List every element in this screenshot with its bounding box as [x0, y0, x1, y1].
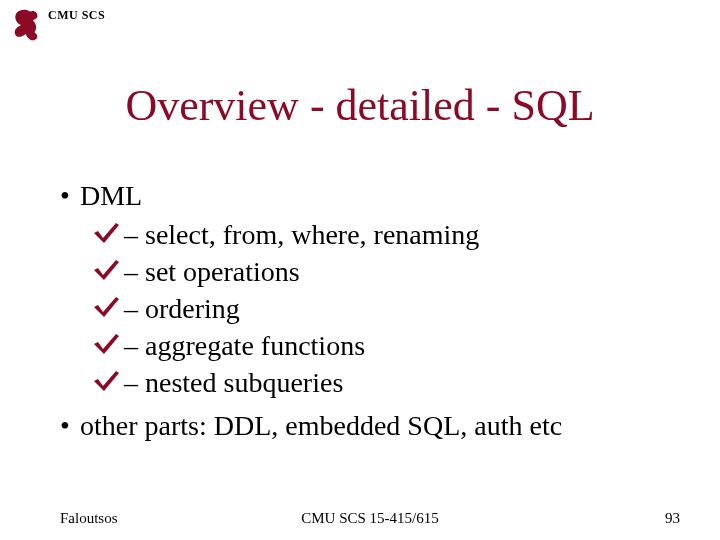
bullet-dml-label: DML	[80, 180, 142, 211]
slide: CMU SCS Overview - detailed - SQL •DML –…	[0, 0, 720, 540]
checkmark-icon	[92, 258, 120, 282]
subitem: – nested subqueries	[98, 365, 680, 400]
subitem-label: aggregate functions	[145, 330, 365, 361]
dash-icon: –	[124, 293, 145, 324]
slide-body: •DML – select, from, where, renaming – s…	[60, 170, 680, 447]
checkmark-icon	[92, 295, 120, 319]
scotty-dog-logo-icon	[12, 8, 42, 42]
footer-course: CMU SCS 15-415/615	[60, 510, 680, 527]
bullet-dot-icon: •	[60, 408, 80, 443]
subitem-label: nested subqueries	[145, 367, 343, 398]
slide-header: CMU SCS	[12, 8, 105, 42]
bullet-dml: •DML	[60, 178, 680, 213]
dash-icon: –	[124, 256, 145, 287]
checkmark-icon	[92, 332, 120, 356]
bullet-other-label: other parts: DDL, embedded SQL, auth etc	[80, 410, 562, 441]
subitem: – aggregate functions	[98, 328, 680, 363]
subitem: – select, from, where, renaming	[98, 217, 680, 252]
subitem-label: set operations	[145, 256, 300, 287]
subitem-label: select, from, where, renaming	[145, 219, 479, 250]
dash-icon: –	[124, 330, 145, 361]
checkmark-icon	[92, 221, 120, 245]
header-org-label: CMU SCS	[48, 8, 105, 23]
footer-page-number: 93	[665, 510, 680, 527]
subitem: – ordering	[98, 291, 680, 326]
bullet-other: •other parts: DDL, embedded SQL, auth et…	[60, 408, 680, 443]
subitem: – set operations	[98, 254, 680, 289]
dash-icon: –	[124, 367, 145, 398]
bullet-dot-icon: •	[60, 178, 80, 213]
subitem-label: ordering	[145, 293, 240, 324]
slide-title: Overview - detailed - SQL	[0, 80, 720, 131]
dash-icon: –	[124, 219, 145, 250]
checkmark-icon	[92, 369, 120, 393]
